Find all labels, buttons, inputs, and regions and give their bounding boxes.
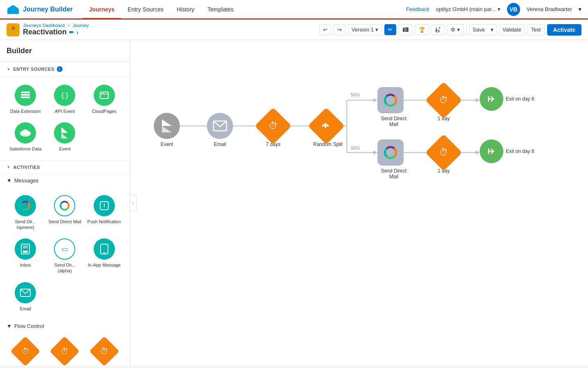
event-node-shape (154, 113, 180, 139)
version-selector[interactable]: Version 1 ▾ (348, 24, 382, 35)
api-event-label: API Event (55, 108, 75, 114)
svg-text:!: ! (103, 202, 105, 209)
breadcrumb-dashboard-link[interactable]: Journeys Dashboard (23, 23, 65, 28)
wait-7-node[interactable]: ⏱ 7 days (260, 113, 286, 147)
wait-1-bot-shape: ⏱ (425, 134, 462, 171)
entry-item-data-extension[interactable]: Data Extension (7, 81, 44, 117)
svg-rect-27 (23, 251, 28, 253)
wait-1-bot-node[interactable]: ⏱ 1 day (431, 139, 457, 174)
entry-item-salesforce-data[interactable]: Salesforce Data (7, 119, 44, 155)
flow-icon-1: ⏱ (10, 336, 40, 366)
activities-section: ▼ ACTIVITIES ▼ Messages Send Dir... lopm… (0, 160, 130, 366)
save-dropdown-button[interactable]: ▾ (488, 24, 496, 35)
data-extension-icon (15, 85, 36, 106)
org-selector[interactable]: optilyz GmbH (main par... ▾ (436, 6, 500, 12)
test-button[interactable]: Test (527, 24, 545, 35)
event-label: Event (59, 146, 70, 152)
feedback-link[interactable]: Feedback (406, 6, 429, 12)
svg-rect-29 (103, 252, 105, 253)
activate-button[interactable]: Activate (547, 24, 581, 36)
msg-item-send-direct-dev[interactable]: Send Dir... lopment) (7, 192, 44, 234)
undo-button[interactable]: ↩ (319, 24, 331, 35)
brand-logo[interactable]: Journey Builder (7, 3, 73, 16)
export-button[interactable] (431, 25, 444, 35)
svg-rect-9 (21, 92, 30, 93)
svg-rect-25 (23, 246, 28, 247)
entry-sources-chevron-icon: ▼ (7, 67, 11, 72)
user-avatar: VB (507, 3, 520, 16)
svg-marker-46 (476, 98, 480, 102)
svg-marker-54 (162, 126, 172, 132)
page-title: Reactivation ✏ › (23, 28, 89, 36)
exit-top-node[interactable]: Exit on day 8 (480, 87, 534, 111)
version-chevron-icon: ▾ (375, 27, 378, 33)
messages-subsection[interactable]: ▼ Messages (0, 174, 130, 187)
org-chevron-icon: ▾ (498, 6, 500, 12)
event-node-label: Event (154, 141, 180, 147)
entry-sources-info-icon: i (57, 66, 63, 72)
svg-rect-26 (23, 247, 28, 248)
msg-item-inbox[interactable]: Inbox (7, 235, 44, 277)
send-direct-mail-top-node[interactable]: Send Direct Mail (377, 87, 410, 127)
push-notification-icon: ! (94, 195, 115, 216)
cloudpages-label: CloudPages (92, 108, 117, 114)
msg-item-send-dir-alpha[interactable]: ▭ Send Dir... (alpha) (46, 235, 83, 277)
sidebar-collapse-handle[interactable]: ‹ (130, 195, 137, 211)
nav-tabs: Journeys Entry Sources History Templates (83, 0, 406, 18)
send-direct-mail-bot-node[interactable]: Send Direct Mail (377, 139, 410, 180)
msg-item-send-direct-mail[interactable]: Send Direct Mail (46, 192, 83, 234)
flow-control-label: Flow Control (14, 323, 44, 329)
msg-item-push-notification[interactable]: ! Push Notification (85, 192, 123, 234)
navigate-next-icon[interactable]: › (76, 29, 79, 36)
flow-control-grid: ⏱ ⏱ ⏱ (0, 332, 130, 366)
random-split-node[interactable]: Random Split (313, 113, 343, 147)
msg-item-email[interactable]: Email (7, 279, 44, 315)
send-direct-dev-label: Send Dir... lopment) (8, 219, 43, 231)
exit-bot-icon (485, 145, 498, 157)
settings-chevron-icon: ▾ (457, 27, 460, 33)
entry-item-event[interactable]: Event (46, 119, 83, 155)
random-split-shape (308, 108, 345, 145)
send-dir-alpha-label: Send Dir... (alpha) (47, 262, 82, 274)
flow-icon-3: ⏱ (89, 336, 119, 366)
entry-sources-section[interactable]: ▼ ENTRY SOURCES i (0, 62, 130, 76)
wait-1-top-node[interactable]: ⏱ 1 day (431, 87, 457, 121)
flow-item-1[interactable]: ⏱ (7, 337, 44, 365)
journey-title-text: Reactivation (23, 28, 67, 36)
edit-mode-button[interactable]: ✏ (384, 24, 396, 35)
msg-item-in-app-message[interactable]: In-App Message (85, 235, 123, 277)
user-name[interactable]: Verena Bradlwarter (527, 6, 572, 12)
nav-tab-history[interactable]: History (170, 1, 201, 19)
app-title: Journey Builder (23, 6, 73, 13)
email-node[interactable]: Email (207, 113, 233, 147)
sidebar: Builder ▼ ENTRY SOURCES i Data Extension… (0, 40, 130, 366)
nav-tab-templates[interactable]: Templates (201, 1, 240, 19)
nav-tab-entry-sources[interactable]: Entry Sources (121, 1, 170, 19)
in-app-message-icon (94, 238, 115, 260)
flow-item-3[interactable]: ⏱ (85, 337, 123, 365)
entry-item-cloudpages[interactable]: CloudPages (85, 81, 123, 117)
entry-item-api-event[interactable]: {} API Event (46, 81, 83, 117)
validate-button[interactable]: Validate (499, 24, 525, 35)
svg-rect-4 (7, 10, 19, 14)
sidebar-title: Builder (0, 40, 130, 62)
trophy-button[interactable]: 🏆 (415, 24, 429, 35)
org-name: optilyz GmbH (main par... (436, 6, 496, 12)
breadcrumb-bar: 📍 Journeys Dashboard > Journey Reactivat… (0, 20, 588, 40)
salesforce-data-label: Salesforce Data (9, 146, 41, 152)
nav-tab-journeys[interactable]: Journeys (83, 1, 121, 19)
flow-control-subsection[interactable]: ▼ Flow Control (0, 320, 130, 332)
breadcrumb-path: Journeys Dashboard > Journey (23, 23, 89, 28)
exit-bot-node[interactable]: Exit on day 8 (480, 139, 534, 163)
wait-1-top-icon: ⏱ (439, 95, 448, 105)
top-nav-right: Feedback optilyz GmbH (main par... ▾ VB … (406, 3, 581, 16)
activities-header[interactable]: ▼ ACTIVITIES (0, 161, 130, 174)
redo-button[interactable]: ↪ (334, 24, 346, 35)
settings-button[interactable]: ⚙ ▾ (447, 24, 464, 35)
flow-item-2[interactable]: ⏱ (46, 337, 83, 365)
breadcrumb-journey-link[interactable]: Journey (73, 23, 89, 28)
map-view-button[interactable] (399, 24, 413, 36)
edit-title-icon[interactable]: ✏ (69, 29, 74, 36)
save-button[interactable]: Save (469, 24, 488, 35)
event-node[interactable]: Event (154, 113, 180, 147)
